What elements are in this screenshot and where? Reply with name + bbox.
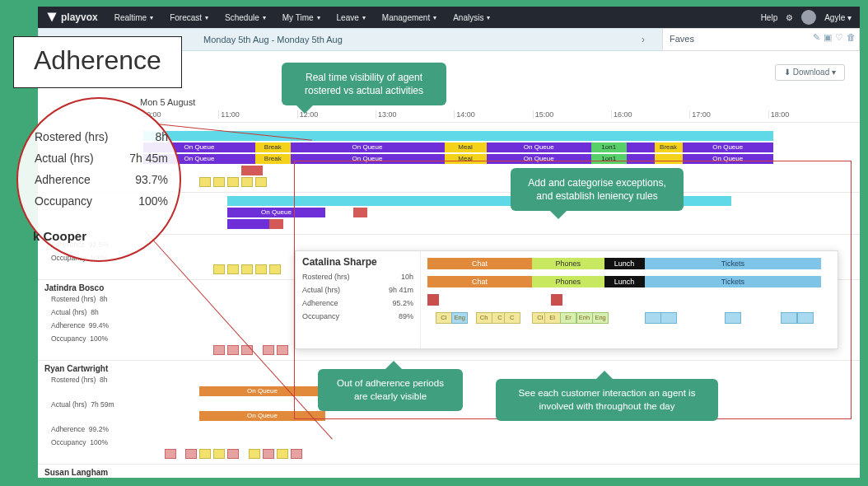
nav-username[interactable]: Agyle ▾ (824, 13, 852, 22)
callout-exceptions: Add and categorise exceptions, and estab… (511, 168, 684, 211)
download-button[interactable]: ⬇ Download ▾ (775, 64, 845, 81)
trash-icon[interactable]: 🗑 (847, 32, 856, 43)
timeline-header: Mon 5 August 10:00 11:00 12:00 13:00 14:… (140, 97, 847, 122)
logo-icon (46, 12, 58, 23)
out-of-adherence-mark[interactable] (427, 294, 439, 306)
nav-mytime[interactable]: My Time▾ (274, 13, 329, 22)
nav-management[interactable]: Management▾ (374, 13, 445, 22)
nav-realtime[interactable]: Realtime▾ (106, 13, 161, 22)
agent-detail-inset: Catalina Sharpe Rostered (hrs)10h Actual… (295, 250, 838, 349)
metric-adherence: Adherence93.7% (35, 173, 168, 186)
interaction-chips: Cl Eng Ch C C Cl El Er Enh Eng (427, 312, 829, 327)
gear-icon[interactable]: ⚙ (786, 13, 793, 22)
avatar[interactable] (801, 10, 816, 25)
nav-analysis[interactable]: Analysis▾ (445, 13, 498, 22)
brand-logo: playvox (38, 12, 106, 23)
segment-meal[interactable]: Meal (445, 143, 487, 152)
inset-actual-bar: Chat Phones Lunch Tickets (427, 276, 829, 289)
agent-name-cooper: k Cooper (33, 229, 86, 243)
clipboard-icon[interactable]: ▣ (824, 32, 832, 43)
page-title: Adherence (13, 36, 182, 88)
nav-leave[interactable]: Leave▾ (329, 13, 374, 22)
metric-actual: Actual (hrs)7h 45m (35, 152, 168, 165)
heart-icon[interactable]: ♡ (835, 32, 843, 43)
callout-realtime: Real time visibility of agent rostered v… (282, 63, 446, 105)
nav-help[interactable]: Help (761, 13, 778, 22)
inset-agent-name: Catalina Sharpe (302, 256, 413, 268)
chevron-right-icon[interactable]: › (642, 34, 645, 45)
metric-rostered: Rostered (hrs)8h (35, 130, 168, 143)
agent-row-susan[interactable]: Susan Langham Rostered (hrs) 8h On Queue… (38, 464, 860, 478)
segment-1on1[interactable]: 1on1 (591, 143, 627, 152)
faves-panel[interactable]: Faves ✎ ▣ ♡ 🗑 (662, 28, 860, 51)
callout-interactions: See each customer interaction an agent i… (496, 379, 718, 421)
edit-icon[interactable]: ✎ (813, 32, 820, 43)
callout-out-of-adherence: Out of adherence periods are clearly vis… (318, 369, 463, 411)
segment-break[interactable]: Break (255, 143, 291, 152)
inset-rostered-bar: Chat Phones Lunch Tickets (427, 258, 829, 271)
out-of-adherence-mark[interactable] (241, 166, 263, 175)
nav-forecast[interactable]: Forecast▾ (161, 13, 217, 22)
top-navbar: playvox Realtime▾ Forecast▾ Schedule▾ My… (38, 7, 860, 28)
metric-occupancy: Occupancy100% (35, 194, 168, 208)
nav-schedule[interactable]: Schedule▾ (217, 13, 274, 22)
svg-marker-0 (47, 12, 56, 21)
